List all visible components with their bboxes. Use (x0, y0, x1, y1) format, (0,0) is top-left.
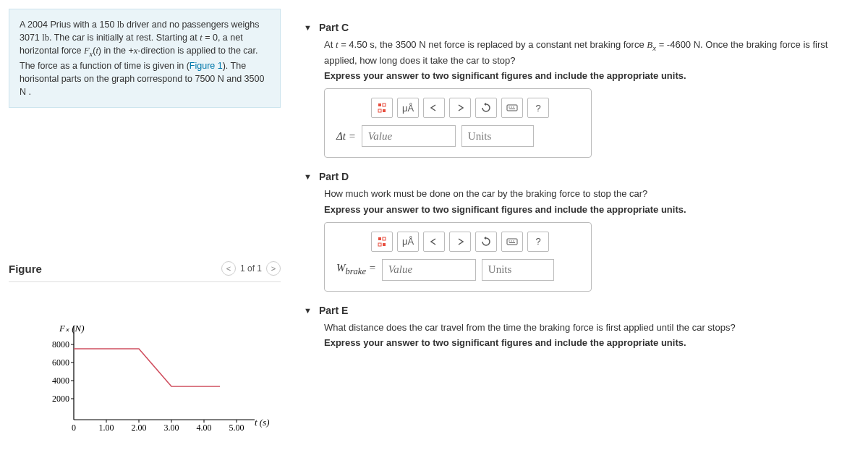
part-d-answer-block: μÅ ? Wbrake = (324, 222, 592, 292)
y-axis-label: Fₓ (N) (59, 323, 85, 334)
part-d-toolbar: μÅ ? (371, 232, 579, 252)
part-e-title: Part E (319, 305, 348, 316)
svg-rect-23 (383, 243, 386, 246)
xtick-4: 4.00 (197, 423, 212, 433)
redo-button[interactable] (449, 98, 471, 118)
undo-button[interactable] (423, 232, 445, 252)
caret-down-icon: ▼ (304, 306, 312, 315)
xtick-3: 3.00 (164, 423, 179, 433)
part-d-value-input[interactable] (382, 259, 476, 281)
keyboard-button[interactable] (501, 232, 523, 252)
part-d-question: How much work must be done on the car by… (324, 187, 854, 201)
fraction-tool-button[interactable] (371, 232, 393, 252)
force-curve (74, 349, 220, 386)
part-c-instruction: Express your answer to two significant f… (324, 70, 854, 81)
figure-next-button[interactable]: > (266, 261, 281, 276)
fraction-tool-button[interactable] (371, 98, 393, 118)
part-c-question: At t = 4.50 s, the 3500 N net force is r… (324, 38, 854, 67)
part-d-title: Part D (319, 171, 349, 182)
figure-header: Figure < 1 of 1 > (9, 260, 281, 282)
part-d-label: Wbrake = (336, 262, 376, 277)
svg-point-16 (509, 107, 509, 108)
svg-rect-15 (507, 105, 517, 111)
ytick-6000: 6000 (52, 357, 69, 368)
part-c-value-input[interactable] (362, 125, 456, 147)
ytick-8000: 8000 (52, 339, 69, 350)
svg-rect-11 (378, 103, 381, 106)
xtick-2: 2.00 (132, 423, 147, 433)
part-e-body: What distance does the car travel from t… (304, 321, 854, 349)
part-d-units-input[interactable] (482, 259, 554, 281)
part-d-body: How much work must be done on the car by… (304, 187, 854, 292)
part-c-title: Part C (319, 22, 349, 33)
svg-point-25 (509, 240, 509, 241)
svg-point-17 (511, 107, 511, 108)
svg-rect-12 (383, 103, 386, 106)
svg-rect-22 (378, 243, 381, 246)
svg-rect-19 (509, 109, 515, 109)
keyboard-button[interactable] (501, 98, 523, 118)
reset-button[interactable] (475, 232, 497, 252)
svg-rect-28 (509, 242, 515, 243)
ytick-2000: 2000 (52, 394, 69, 404)
figure-page: 1 of 1 (240, 263, 262, 274)
problem-text: A 2004 Prius with a 150 lb driver and no… (20, 20, 264, 97)
special-chars-button[interactable]: μÅ (397, 232, 419, 252)
xtick-0: 0 (72, 423, 76, 433)
part-c-units-input[interactable] (461, 125, 534, 147)
part-e-question: What distance does the car travel from t… (324, 321, 854, 335)
part-e-header[interactable]: ▼ Part E (304, 305, 854, 316)
svg-rect-24 (507, 239, 517, 245)
x-axis-label: t (s) (255, 417, 269, 428)
part-c-toolbar: μÅ ? (371, 98, 579, 118)
svg-rect-14 (383, 109, 386, 112)
undo-button[interactable] (423, 98, 445, 118)
svg-rect-20 (378, 237, 381, 240)
special-chars-button[interactable]: μÅ (397, 98, 419, 118)
figure-plot: 2000 4000 6000 8000 0 1.00 2.00 3.00 4.0… (38, 318, 281, 444)
caret-down-icon: ▼ (304, 23, 312, 32)
problem-statement: A 2004 Prius with a 150 lb driver and no… (9, 9, 281, 108)
caret-down-icon: ▼ (304, 172, 312, 181)
figure-nav: < 1 of 1 > (221, 261, 281, 276)
reset-button[interactable] (475, 98, 497, 118)
svg-rect-13 (378, 109, 381, 112)
help-button[interactable]: ? (527, 232, 549, 252)
part-d-instruction: Express your answer to two significant f… (324, 204, 854, 215)
part-c-answer-block: μÅ ? Δt = (324, 88, 592, 158)
svg-point-26 (511, 240, 511, 241)
svg-point-18 (513, 107, 514, 108)
help-button[interactable]: ? (527, 98, 549, 118)
part-c-body: At t = 4.50 s, the 3500 N net force is r… (304, 38, 854, 158)
xtick-1: 1.00 (99, 423, 114, 433)
svg-point-27 (513, 240, 514, 241)
figure-prev-button[interactable]: < (221, 261, 236, 276)
xtick-5: 5.00 (229, 423, 244, 433)
part-d-header[interactable]: ▼ Part D (304, 171, 854, 182)
figure-title: Figure (9, 263, 42, 275)
part-c-label: Δt = (336, 130, 356, 143)
redo-button[interactable] (449, 232, 471, 252)
ytick-4000: 4000 (52, 376, 69, 386)
part-e-instruction: Express your answer to two significant f… (324, 337, 854, 348)
svg-rect-21 (383, 237, 386, 240)
part-c-header[interactable]: ▼ Part C (304, 22, 854, 33)
